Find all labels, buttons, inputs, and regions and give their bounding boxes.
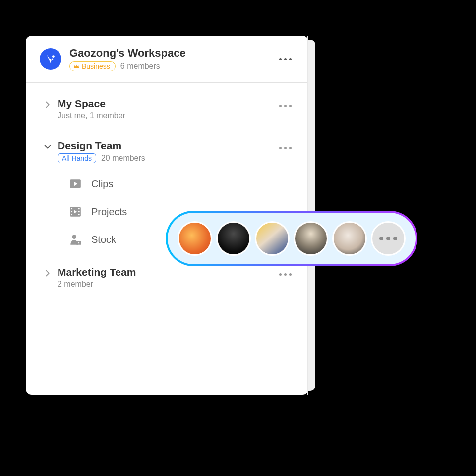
workspace-subtitle: Business 6 members: [69, 61, 275, 71]
nav-item-label: Projects: [91, 206, 127, 218]
plan-badge: Business: [69, 61, 116, 71]
avatar[interactable]: [255, 221, 290, 256]
svg-rect-5: [71, 208, 72, 210]
section-members-count: 20 members: [101, 154, 145, 163]
svg-rect-9: [78, 211, 80, 213]
svg-rect-7: [71, 214, 72, 216]
avatar-more-button[interactable]: [371, 221, 406, 256]
svg-rect-8: [78, 208, 80, 210]
nav-item-label: Stock: [91, 234, 116, 245]
section-list: My Space Just me, 1 member: [26, 83, 307, 303]
workspace-info: Gaozong's Workspace Business 6 members: [69, 47, 275, 71]
plan-badge-label: Business: [82, 62, 110, 70]
nav-item-label: Clips: [91, 178, 113, 190]
avatar[interactable]: [332, 221, 367, 256]
chevron-down-icon[interactable]: [38, 140, 58, 151]
section-subtitle: Just me, 1 member: [58, 111, 125, 120]
section-subtitle: 2 member: [58, 280, 93, 289]
nav-item-clips[interactable]: Clips: [38, 170, 296, 198]
avatar-pill: [168, 213, 416, 264]
section-title: Marketing Team: [58, 266, 275, 278]
avatar[interactable]: [178, 221, 212, 256]
section-marketing-team[interactable]: Marketing Team 2 member: [26, 261, 307, 294]
svg-point-2: [52, 59, 53, 60]
play-square-icon: [68, 177, 82, 191]
crown-icon: [73, 63, 80, 70]
chevron-right-icon[interactable]: [38, 98, 58, 109]
person-stock-icon: [68, 233, 82, 246]
workspace-title: Gaozong's Workspace: [69, 47, 275, 60]
section-more-button[interactable]: [275, 269, 296, 280]
svg-rect-10: [78, 214, 80, 216]
avatar[interactable]: [294, 221, 328, 256]
section-more-button[interactable]: [275, 143, 296, 153]
all-hands-badge: All Hands: [58, 153, 96, 163]
svg-point-1: [52, 55, 55, 58]
chevron-right-icon[interactable]: [38, 266, 58, 277]
film-icon: [68, 205, 82, 219]
section-my-space[interactable]: My Space Just me, 1 member: [26, 93, 307, 125]
workspace-header: Gaozong's Workspace Business 6 members: [26, 36, 307, 83]
member-avatar-overlay: [166, 211, 417, 266]
svg-point-11: [72, 235, 77, 239]
workspace-logo-icon: [40, 48, 61, 70]
workspace-members-count: 6 members: [120, 62, 160, 71]
section-title: My Space: [58, 98, 275, 110]
avatar[interactable]: [216, 221, 251, 256]
section-more-button[interactable]: [275, 101, 296, 111]
section-title: Design Team: [58, 140, 275, 152]
svg-rect-6: [71, 211, 72, 213]
workspace-more-button[interactable]: [275, 54, 296, 64]
